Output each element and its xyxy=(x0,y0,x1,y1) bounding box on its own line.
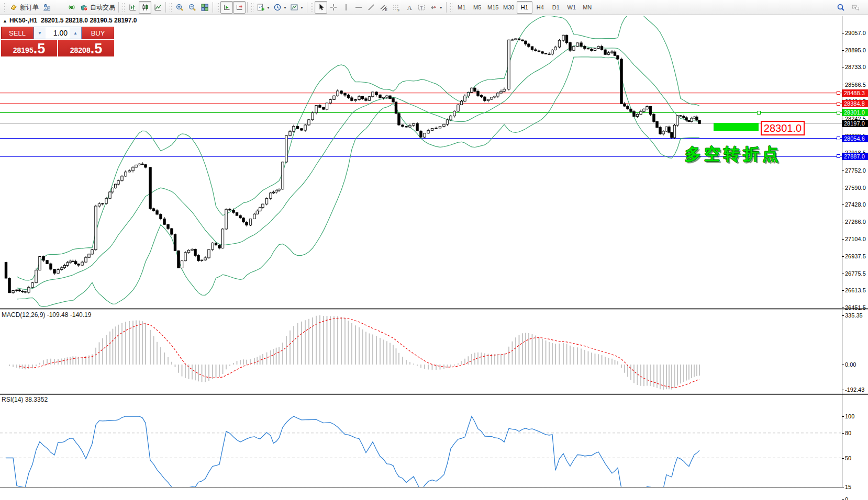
text-button[interactable]: A xyxy=(403,1,415,14)
data-window-button[interactable] xyxy=(53,1,65,14)
buy-button[interactable]: BUY xyxy=(82,27,114,39)
axis-tick-label: 27266.0 xyxy=(845,219,866,225)
toolbar-grip[interactable] xyxy=(4,3,6,12)
axis-tick-label: 27752.0 xyxy=(845,167,866,174)
chart-area[interactable]: 29057.028895.028733.028566.528404.528242… xyxy=(0,16,868,500)
dropdown-caret-icon[interactable]: ▼ xyxy=(283,6,287,9)
axis-tick-label: 27428.0 xyxy=(845,201,866,208)
axis-tick-label: 26613.5 xyxy=(845,287,866,293)
dropdown-caret-icon[interactable]: ▼ xyxy=(439,6,443,9)
svg-text:A: A xyxy=(407,4,412,12)
axis-tick-label: 80 xyxy=(845,430,851,436)
price-line-label: 28488.3 xyxy=(842,89,868,97)
new-order-button[interactable]: 新订单 xyxy=(8,1,40,14)
price-line-label: 28054.6 xyxy=(842,135,868,142)
candlestick-button[interactable] xyxy=(139,1,151,14)
signals-button[interactable] xyxy=(65,1,78,14)
axis-tick-label: 28566.5 xyxy=(845,82,866,88)
line-chart-button[interactable] xyxy=(151,1,164,14)
market-watch-button[interactable] xyxy=(40,1,53,14)
toolbar-grip[interactable] xyxy=(251,3,253,12)
svg-text:T: T xyxy=(420,5,423,10)
chart-shift-button[interactable] xyxy=(233,1,246,14)
line-anchor-marker[interactable] xyxy=(757,111,761,115)
fibonacci-button[interactable]: F xyxy=(390,1,403,14)
tile-windows-button[interactable] xyxy=(198,1,211,14)
price-line-label: 27887.0 xyxy=(842,153,868,160)
trading-terminal-window: 新订单自动交易▼▼▼EFAT▼M1M5M15M30H1H4D1W1MN 2905… xyxy=(0,0,868,500)
toolbar-grip[interactable] xyxy=(122,3,125,12)
lot-decrease-button[interactable]: ▼ xyxy=(34,27,46,39)
rsi-canvas[interactable] xyxy=(0,395,842,487)
dropdown-caret-icon[interactable]: ▼ xyxy=(266,6,270,9)
axis-tick-label: 27104.0 xyxy=(845,236,866,242)
equidistant-channel-button[interactable]: E xyxy=(377,1,390,14)
timeframe-button-m1[interactable]: M1 xyxy=(454,1,470,14)
horizontal-line-button[interactable] xyxy=(352,1,365,14)
highlight-rectangle[interactable] xyxy=(714,123,759,131)
auto-scroll-icon xyxy=(222,3,231,12)
annotation-text[interactable]: 多空转折点 xyxy=(685,143,782,165)
chart-ohlc-header: ▲HK50-,H1 28201.5 28218.0 28190.5 28197.… xyxy=(3,17,137,24)
toolbar-separator xyxy=(446,2,447,13)
macd-canvas[interactable] xyxy=(0,310,842,393)
auto-scroll-button[interactable] xyxy=(220,1,233,14)
zoom-in-button[interactable] xyxy=(173,1,186,14)
toolbar-grip[interactable] xyxy=(169,3,172,12)
search-button[interactable] xyxy=(834,1,847,14)
crosshair-button[interactable] xyxy=(327,1,340,14)
line-anchor-marker[interactable] xyxy=(837,102,840,106)
chart-shift-icon xyxy=(235,3,243,12)
lot-increase-button[interactable]: ▲ xyxy=(70,27,81,39)
periods-button[interactable]: ▼ xyxy=(272,1,288,14)
timeframe-button-m30[interactable]: M30 xyxy=(501,1,517,14)
dropdown-caret-icon[interactable]: ▼ xyxy=(300,6,304,9)
bar-chart-button[interactable] xyxy=(126,1,139,14)
market-watch-icon xyxy=(42,3,51,12)
vertical-line-button[interactable] xyxy=(340,1,352,14)
timeframe-button-h4[interactable]: H4 xyxy=(532,1,548,14)
timeframe-button-m5[interactable]: M5 xyxy=(470,1,485,14)
bar-chart-icon xyxy=(128,3,137,12)
line-anchor-marker[interactable] xyxy=(837,111,840,115)
data-window-icon xyxy=(55,3,63,12)
price-callout-label[interactable]: 28301.0 xyxy=(761,121,805,135)
collapse-icon[interactable]: ▲ xyxy=(3,18,7,24)
sell-price[interactable]: 28195.5 xyxy=(1,40,57,56)
line-anchor-marker[interactable] xyxy=(837,154,840,158)
indicators-icon xyxy=(257,3,265,12)
toolbar-separator xyxy=(118,2,119,13)
timeframe-button-m15[interactable]: M15 xyxy=(485,1,501,14)
toolbar-grip[interactable] xyxy=(310,3,313,12)
hline-icon xyxy=(354,3,363,12)
main-toolbar: 新订单自动交易▼▼▼EFAT▼M1M5M15M30H1H4D1W1MN xyxy=(0,0,868,15)
chat-button[interactable] xyxy=(849,1,862,14)
cursor-button[interactable] xyxy=(315,1,327,14)
svg-text:E: E xyxy=(385,8,387,12)
zoom-out-button[interactable] xyxy=(186,1,198,14)
autotrade-button[interactable]: 自动交易 xyxy=(78,1,117,14)
arrows-button[interactable]: ▼ xyxy=(428,1,444,14)
axis-tick-label: 15 xyxy=(845,484,851,490)
sell-button[interactable]: SELL xyxy=(1,27,34,39)
toolbar-separator xyxy=(247,2,248,13)
buy-price[interactable]: 28208.5 xyxy=(58,40,114,56)
text-label-button[interactable]: T xyxy=(415,1,428,14)
axis-tick-label: 0 xyxy=(845,496,848,500)
toolbar-grip[interactable] xyxy=(216,3,219,12)
trendline-button[interactable] xyxy=(365,1,377,14)
indicators-button[interactable]: ▼ xyxy=(255,1,272,14)
templates-button[interactable]: ▼ xyxy=(288,1,305,14)
symbol-period: HK50-,H1 xyxy=(9,17,37,24)
new-order-icon xyxy=(9,3,18,12)
timeframe-button-h1[interactable]: H1 xyxy=(517,1,532,14)
line-anchor-marker[interactable] xyxy=(837,137,840,140)
line-anchor-marker[interactable] xyxy=(837,91,840,95)
trendline-icon xyxy=(367,3,375,12)
timeframe-button-w1[interactable]: W1 xyxy=(564,1,580,14)
timeframe-button-mn[interactable]: MN xyxy=(580,1,595,14)
axis-tick-label: 29057.0 xyxy=(845,30,866,36)
timeframe-button-d1[interactable]: D1 xyxy=(548,1,564,14)
toolbar-grip[interactable] xyxy=(450,3,452,12)
lot-size-input[interactable] xyxy=(46,27,70,39)
